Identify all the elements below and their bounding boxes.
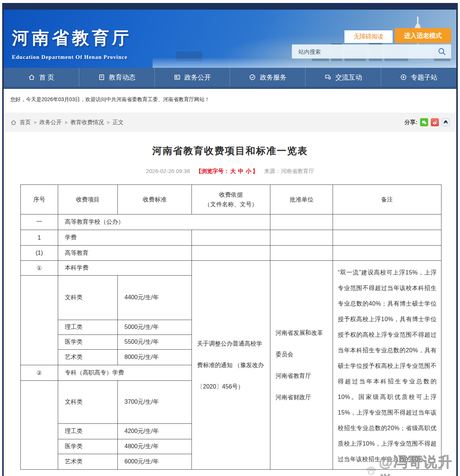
- nav-item-gov-disclosure[interactable]: 政务公开: [154, 68, 230, 87]
- fee-standard: 4400元/生/年: [118, 276, 192, 320]
- welcome-bar: 您好，今天是2026年03月03日，欢迎访问中共河南省委教育工委、河南省教育厅网…: [4, 89, 456, 110]
- col-header-approver: 批准单位: [270, 185, 333, 214]
- fee-category: 医学类: [58, 335, 118, 350]
- fees-table: 序号 收费项目 收费标准 收费依据 （文件名称、文号） 批准单位 备注 一 高等…: [20, 184, 441, 470]
- breadcrumb-separator: >: [107, 120, 110, 125]
- newspaper-icon: [174, 74, 181, 81]
- search-icon[interactable]: [438, 47, 446, 56]
- nav-item-education-news[interactable]: 教育动态: [79, 68, 154, 87]
- row-item: 高等教育: [58, 246, 192, 261]
- col-header-basis: 收费依据 （文件名称、文号）: [192, 185, 270, 214]
- col-header-item: 收费项目: [58, 185, 118, 214]
- article-source: 来源：河南省教育厅: [264, 168, 314, 174]
- site-logo: 河南省教育厅 Education Department Of Henan Pro…: [12, 27, 132, 60]
- approver-cell: 河南省发展和改革委员会 河南省教育厅 河南省财政厅: [270, 261, 333, 470]
- fee-category: 医学类: [58, 439, 118, 454]
- site-banner: 河南省教育厅 Education Department Of Henan Pro…: [4, 10, 456, 68]
- col-header-standard: 收费标准: [118, 185, 192, 214]
- breadcrumb-item-gov-disclosure[interactable]: 政务公开: [40, 119, 62, 126]
- empty-cell: [270, 246, 333, 261]
- elder-mode-button[interactable]: 进入适老模式: [395, 28, 451, 43]
- empty-cell: [21, 381, 58, 470]
- col-header-no: 序号: [21, 185, 58, 214]
- nav-label: 政务服务: [260, 73, 286, 82]
- fee-category: 理工类: [58, 424, 118, 439]
- font-size-large[interactable]: 大: [230, 168, 236, 174]
- row-item: 高等教育学校（公办）: [58, 214, 270, 230]
- fee-category: 理工类: [58, 320, 118, 335]
- qq-share-icon[interactable]: [441, 118, 450, 126]
- nav-item-special-subsites[interactable]: 专题子站: [381, 68, 456, 87]
- row-no: ①: [21, 261, 58, 276]
- row-no: (1): [21, 246, 58, 261]
- breadcrumb-bar: 首页 > 政务公开 > 教育收费情况 > 正文 分享:: [4, 113, 456, 132]
- empty-cell: [333, 230, 441, 246]
- water-reflection: [153, 58, 456, 68]
- font-size-suffix: 】: [253, 168, 258, 174]
- empty-cell: [21, 276, 58, 365]
- document-icon: [98, 74, 105, 81]
- font-size-switcher: 【浏览字号：大中小】: [196, 168, 258, 174]
- font-size-small[interactable]: 小: [246, 168, 251, 174]
- remark-cell: “双一流”建设高校可上浮15%，上浮专业范围不得超过当年该校本科招生专业总数的4…: [333, 261, 441, 470]
- table-row: 1 学费: [21, 230, 441, 246]
- fee-standard: 4200元/生/年: [118, 424, 192, 439]
- site-title: 河南省教育厅: [12, 27, 132, 50]
- site-search: [292, 44, 451, 59]
- empty-cell: [270, 214, 333, 230]
- nav-item-home[interactable]: 首 页: [4, 68, 79, 87]
- weibo-share-icon[interactable]: [431, 118, 439, 126]
- col-header-remark: 备注: [333, 185, 441, 214]
- target-icon: [400, 74, 407, 81]
- row-item: 学费: [58, 230, 192, 246]
- nav-label: 交流互动: [335, 73, 362, 82]
- row-no: 一: [21, 214, 58, 230]
- search-input[interactable]: [292, 44, 438, 59]
- font-size-prefix: 【浏览字号：: [196, 168, 229, 174]
- article-meta: 2026-02-26 09:38 【浏览字号：大中小】 来源：河南省教育厅: [4, 168, 456, 175]
- row-item: 专科（高职高专）学费: [58, 365, 192, 381]
- fee-standard: 4800元/生/年: [118, 439, 192, 454]
- building-shape: [176, 51, 202, 61]
- nav-label: 教育动态: [109, 73, 136, 82]
- breadcrumb-item-fees[interactable]: 教育收费情况: [70, 119, 104, 126]
- row-no: 1: [21, 230, 58, 246]
- main-nav: 首 页 教育动态 政务公开: [4, 68, 456, 89]
- home-icon: [28, 74, 35, 81]
- publish-date: 2026-02-26 09:38: [146, 168, 190, 174]
- table-row: 一 高等教育学校（公办）: [21, 214, 441, 230]
- fee-category: 文科类: [58, 381, 118, 424]
- page-frame: 河南省教育厅 Education Department Of Henan Pro…: [2, 3, 458, 476]
- nav-item-interaction[interactable]: 交流互动: [305, 68, 381, 87]
- table-row: (1) 高等教育: [21, 246, 441, 261]
- nav-label: 政务公开: [184, 73, 211, 82]
- col-header-basis-line1: 收费依据: [192, 190, 270, 200]
- empty-cell: [192, 230, 270, 246]
- share-widget: 分享:: [404, 118, 450, 126]
- fee-standard: 5500元/生/年: [118, 335, 192, 350]
- nav-label: 首 页: [39, 73, 54, 82]
- fee-standard: 8000元/生/年: [118, 350, 192, 365]
- breadcrumb-separator: >: [65, 120, 68, 125]
- fee-category: 艺术类: [58, 454, 118, 470]
- font-size-medium[interactable]: 中: [238, 168, 244, 174]
- share-label: 分享:: [404, 119, 417, 126]
- nav-item-gov-services[interactable]: 政务服务: [230, 68, 305, 87]
- accessibility-reading-button[interactable]: 无障碍阅读: [344, 30, 393, 43]
- breadcrumb-home-icon[interactable]: [10, 119, 17, 126]
- page: 河南省教育厅 Education Department Of Henan Pro…: [0, 0, 460, 476]
- breadcrumb-item-current: 正文: [113, 119, 124, 126]
- empty-cell: [192, 246, 270, 261]
- breadcrumb-separator: >: [34, 120, 37, 125]
- breadcrumb-item-home[interactable]: 首页: [20, 119, 31, 126]
- wechat-share-icon[interactable]: [420, 118, 428, 126]
- table-row: ① 本科学费 关于调整公办普通高校学费标准的通知 （豫发改办〔2020〕456号…: [21, 261, 441, 276]
- page-title: 河南省教育收费项目和标准一览表: [4, 144, 456, 157]
- nav-label: 专题子站: [411, 73, 437, 82]
- fee-standard: 5000元/生/年: [118, 320, 192, 335]
- site-subtitle: Education Department Of Henan Province: [12, 54, 132, 60]
- fee-category: 文科类: [58, 276, 118, 320]
- fee-standard: 6000元/生/年: [118, 454, 192, 470]
- empty-cell: [333, 214, 441, 230]
- fee-basis-cell: 关于调整公办普通高校学费标准的通知 （豫发改办〔2020〕456号）: [192, 261, 270, 470]
